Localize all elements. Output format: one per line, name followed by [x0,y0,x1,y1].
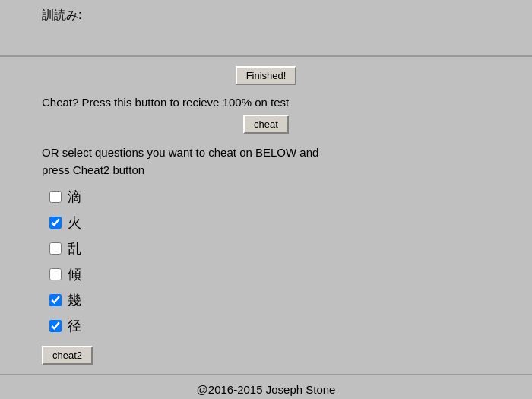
cheat2-button[interactable]: cheat2 [42,346,93,365]
list-item: 幾 [49,291,490,309]
checkbox-label-0: 滴 [68,188,81,206]
checkbox-4[interactable] [49,294,62,306]
checkbox-label-4: 幾 [68,291,81,309]
footer-section: @2016-2015 Joseph Stone Save and Quit [0,375,532,399]
footer-copyright: @2016-2015 Joseph Stone [0,383,532,396]
checkbox-5[interactable] [49,320,62,332]
main-section: Finished! Cheat? Press this button to re… [0,57,532,375]
checkbox-3[interactable] [49,268,62,280]
checkbox-label-3: 傾 [68,265,81,283]
list-item: 火 [49,214,490,232]
cheat-button[interactable]: cheat [243,115,289,134]
checkbox-label-1: 火 [68,214,81,232]
top-section: 訓読み: [0,0,532,57]
list-item: 乱 [49,239,490,258]
list-item: 径 [49,317,490,335]
list-item: 滴 [49,188,490,206]
checkbox-list: 滴火乱傾幾径 [49,188,490,335]
checkbox-2[interactable] [49,242,62,255]
checkbox-1[interactable] [49,217,62,229]
checkbox-label-5: 径 [68,317,81,335]
cheat-title: Cheat? Press this button to recieve 100%… [42,96,490,109]
list-item: 傾 [49,265,490,283]
checkbox-0[interactable] [49,191,62,203]
checkbox-label-2: 乱 [68,239,81,258]
or-text: OR select questions you want to cheat on… [42,144,490,179]
finished-button[interactable]: Finished! [236,66,297,85]
top-label: 訓読み: [42,8,81,21]
